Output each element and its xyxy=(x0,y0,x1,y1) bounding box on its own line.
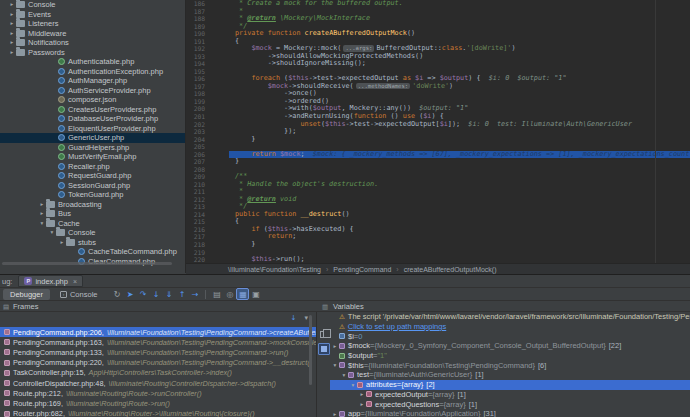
force-step-into-icon[interactable]: ⇓ xyxy=(162,289,175,300)
tree-item[interactable]: ▾Cache xyxy=(0,219,186,229)
tree-item[interactable]: CreatesUserProviders.php xyxy=(0,105,186,115)
tab-console[interactable]: › Console xyxy=(53,289,105,300)
chevron-right-icon[interactable]: ▸ xyxy=(8,38,16,48)
tree-item[interactable]: ▸Notifications xyxy=(0,38,186,48)
chevron-right-icon[interactable]: ▸ xyxy=(38,209,46,219)
tab-debugger[interactable]: Debugger xyxy=(3,289,50,300)
code-token: } xyxy=(235,241,255,248)
path-mappings-link[interactable]: Click to set up path mappings xyxy=(348,322,446,331)
tree-item[interactable]: ▸Passwords xyxy=(0,48,186,58)
tree-item[interactable]: AuthenticationException.php xyxy=(0,67,186,77)
close-icon[interactable]: × xyxy=(73,278,77,285)
frame-row[interactable]: PendingCommand.php:206,\Illuminate\Found… xyxy=(0,327,316,337)
breadcrumb-item[interactable]: PendingCommand xyxy=(333,266,391,273)
chevron-down-icon[interactable]: ▾ xyxy=(48,228,56,238)
variables-panel[interactable]: ⚠The script '/private/var/html/www/lavar… xyxy=(330,312,690,417)
frames-panel[interactable]: ↓ ▾ PendingCommand.php:206,\Illuminate\F… xyxy=(0,312,316,417)
chevron-right-icon[interactable]: ▸ xyxy=(8,0,16,10)
step-over-icon[interactable]: ↷ xyxy=(136,289,149,300)
breadcrumb-item[interactable]: createABufferedOutputMock() xyxy=(404,266,497,273)
chevron-down-icon[interactable]: ▾ xyxy=(349,382,357,388)
variable-row[interactable]: ▾attributes = {array}[2] xyxy=(330,380,690,390)
scroll-down-icon[interactable]: ↓ xyxy=(291,314,297,322)
tree-item[interactable]: ▸Listeners xyxy=(0,19,186,29)
show-execution-point-icon[interactable]: ➤ xyxy=(123,289,136,300)
frame-row[interactable]: TaskController.php:15,App\Http\Controlle… xyxy=(0,368,316,378)
gutter xyxy=(205,83,229,91)
tree-item[interactable]: TokenGuard.php xyxy=(0,190,186,200)
tree-item[interactable]: MustVerifyEmail.php xyxy=(0,152,186,162)
step-into-icon[interactable]: ↓ xyxy=(149,289,162,300)
frame-row[interactable]: ControllerDispatcher.php:48,\Illuminate\… xyxy=(0,378,316,388)
settings-icon[interactable]: ▣ xyxy=(249,289,262,300)
tree-item[interactable]: AuthManager.php xyxy=(0,76,186,86)
frame-row[interactable]: PendingCommand.php:220,\Illuminate\Found… xyxy=(0,358,316,368)
tree-item[interactable]: DatabaseUserProvider.php xyxy=(0,114,186,124)
step-out-icon[interactable]: ↑ xyxy=(175,289,188,300)
filter-frames-icon[interactable]: ▾ xyxy=(304,314,308,322)
tree-item[interactable]: ▸Broadcasting xyxy=(0,200,186,210)
frame-row[interactable]: Route.php:169,\Illuminate\Routing\Route-… xyxy=(0,398,316,408)
variable-row[interactable]: ▸$mock = {Mockery_0_Symfony_Component_Co… xyxy=(330,341,690,351)
variable-row[interactable]: ▸app = {Illuminate\Foundation\Applicatio… xyxy=(330,409,690,417)
tree-item[interactable]: ▸Bus xyxy=(0,209,186,219)
frame-row[interactable]: PendingCommand.php:133,\Illuminate\Found… xyxy=(0,347,316,357)
chevron-right-icon[interactable]: ▸ xyxy=(331,343,339,349)
tree-item[interactable]: composer.json xyxy=(0,95,186,105)
variable-row[interactable]: $i = 0 xyxy=(330,331,690,341)
tree-item[interactable]: SessionGuard.php xyxy=(0,181,186,191)
run-to-cursor-icon[interactable]: → xyxy=(188,289,201,300)
tree-item[interactable]: GenericUser.php xyxy=(0,133,186,143)
chevron-right-icon[interactable]: ▸ xyxy=(8,19,16,29)
tree-item[interactable]: CacheTableCommand.php xyxy=(0,247,186,257)
variable-row[interactable]: ⚠Click to set up path mappings xyxy=(330,322,690,332)
frame-row[interactable]: PendingCommand.php:163,\Illuminate\Found… xyxy=(0,337,316,347)
copy-icon[interactable] xyxy=(320,331,326,338)
variable-row[interactable]: ▾test = {Illuminate\Auth\GenericUser}[1] xyxy=(330,370,690,380)
code-editor[interactable]: 186 * Create a mock for the buffered out… xyxy=(186,0,690,263)
debug-tab-index-php[interactable]: P index.php × xyxy=(18,275,83,287)
tree-item[interactable]: Recaller.php xyxy=(0,162,186,172)
chevron-down-icon[interactable]: ▾ xyxy=(38,219,46,229)
chevron-right-icon[interactable]: ▸ xyxy=(358,401,366,407)
view-breakpoints-icon[interactable]: ◎ xyxy=(223,289,236,300)
variable-row[interactable]: $output = "1" xyxy=(330,351,690,361)
tree-item[interactable]: ▸stubs xyxy=(0,238,186,248)
layout-toggle-icon[interactable] xyxy=(318,343,330,355)
tree-item[interactable]: EloquentUserProvider.php xyxy=(0,124,186,134)
tree-item[interactable]: ▸Console xyxy=(0,0,186,10)
chevron-down-icon[interactable]: ▾ xyxy=(340,372,348,378)
tree-item[interactable]: Authenticatable.php xyxy=(0,57,186,67)
frame-row[interactable]: Route.php:212,\Illuminate\Routing\Route-… xyxy=(0,388,316,398)
variable-row[interactable]: ⚠The script '/private/var/html/www/lavar… xyxy=(330,312,690,322)
project-tree[interactable]: ▸Console▸Events▸Listeners▸Middleware▸Not… xyxy=(0,0,186,273)
tree-item[interactable]: GuardHelpers.php xyxy=(0,143,186,153)
tree-item[interactable]: ▾Console xyxy=(0,228,186,238)
tree-item[interactable]: AuthServiceProvider.php xyxy=(0,86,186,96)
chevron-right-icon[interactable]: ▸ xyxy=(8,29,16,39)
chevron-right-icon[interactable]: ▸ xyxy=(8,10,16,20)
breadcrumb-item[interactable]: \Illuminate\Foundation\Testing xyxy=(228,266,321,273)
chevron-right-icon[interactable]: ▸ xyxy=(8,48,16,58)
chevron-right-icon[interactable]: ▸ xyxy=(358,391,366,397)
line-number: 194 xyxy=(186,60,205,68)
frames-header: Frames xyxy=(13,302,38,311)
code-token: ) xyxy=(449,83,453,90)
chevron-right-icon[interactable]: ▸ xyxy=(58,238,66,248)
tree-horizontal-scrollbar[interactable] xyxy=(2,262,172,265)
variable-row[interactable]: ▾$this = {Illuminate\Foundation\Testing\… xyxy=(330,360,690,370)
evaluate-expression-icon[interactable]: ▤ xyxy=(210,289,223,300)
frames-scrollbar[interactable] xyxy=(309,315,312,385)
code-line: 217 return; xyxy=(186,233,690,241)
variable-row[interactable]: ▸expectedOutput = {array}[1] xyxy=(330,390,690,400)
chevron-right-icon[interactable]: ▸ xyxy=(331,411,339,417)
rerun-icon[interactable]: ↻ xyxy=(110,289,123,300)
chevron-down-icon[interactable]: ▾ xyxy=(331,362,339,368)
variable-row[interactable]: ▸expectedQuestions = {array}[1] xyxy=(330,399,690,409)
tree-item[interactable]: ▸Middleware xyxy=(0,29,186,39)
mute-breakpoints-icon[interactable]: ▦ xyxy=(236,288,249,300)
frame-row[interactable]: Router.php:682,\Illuminate\Routing\Route… xyxy=(0,409,316,417)
tree-item[interactable]: ▸Events xyxy=(0,10,186,20)
tree-item[interactable]: RequestGuard.php xyxy=(0,171,186,181)
chevron-right-icon[interactable]: ▸ xyxy=(38,200,46,210)
